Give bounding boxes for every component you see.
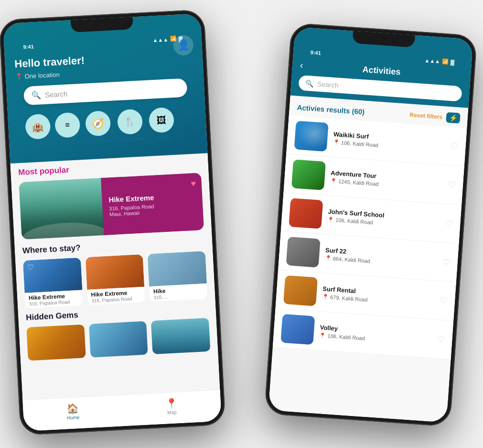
heart-6[interactable]: ♡ (437, 334, 445, 345)
user-icon: 👤 (177, 39, 190, 52)
category-adventures[interactable]: 🧭 Adventures (84, 110, 112, 144)
pin-1: 📍 (333, 139, 340, 146)
pin-6: 📍 (319, 332, 326, 339)
where-card-2-image (85, 254, 144, 290)
where-card-2[interactable]: Hike Extreme 316, Papaloa Road (85, 254, 145, 305)
where-card-1-info: Hike Extreme 316, Papaloa Road (24, 290, 83, 308)
where-card-3[interactable]: Hike 316, ... (148, 251, 208, 302)
hotels-icon-circle: 🏨 (25, 114, 51, 140)
phone-right: 9:41 ▲▲▲ 📶 ▓ ‹ Activities 🔍 Search (264, 22, 477, 426)
activity-thumb-5 (283, 275, 318, 306)
activity-thumb-1 (294, 121, 329, 152)
location-pin-icon: 📍 (15, 73, 23, 80)
hotels-label: Hotels (31, 141, 46, 147)
search-placeholder-right: Search (317, 80, 339, 89)
popular-heart-icon[interactable]: ♥ (191, 179, 196, 189)
content-left: Most popular Hike Extreme 316, Papaloa R… (10, 153, 220, 400)
time-right: 9:41 (310, 49, 321, 56)
filters-row: Reset filters ⚡ (409, 109, 461, 123)
battery-icon-right: ▓ (451, 59, 455, 65)
activity-info-4: Surf 22 📍 864, Kaldi Road (324, 246, 437, 269)
activity-thumb-3 (289, 198, 323, 229)
heart-2[interactable]: ♡ (447, 179, 455, 190)
search-icon-right: 🔍 (305, 79, 314, 87)
category-hotels[interactable]: 🏨 Hotels (25, 114, 51, 148)
activity-list: Waikiki Surf 📍 106, Kaldi Road ♡ Adventu… (268, 115, 467, 423)
heart-1[interactable]: ♡ (450, 141, 458, 152)
activity-info-5: Surf Rental 📍 679, Kaldi Road (322, 285, 435, 307)
home-icon: 🏠 (66, 402, 79, 414)
heart-4[interactable]: ♡ (442, 257, 450, 268)
screen-right-content: 9:41 ▲▲▲ 📶 ▓ ‹ Activities 🔍 Search (268, 27, 473, 423)
activity-thumb-6 (280, 314, 315, 345)
search-placeholder-left: Search (44, 90, 67, 99)
status-bar-left: 9:41 ▲▲▲ 📶 ▓ (13, 31, 193, 53)
phone-left-screen: 9:41 ▲▲▲ 📶 ▓ 👤 Hello traveler! 📍 One (3, 13, 222, 431)
results-count: Activies results (60) (297, 103, 365, 116)
popular-card-image (19, 178, 109, 240)
phone-left: 9:41 ▲▲▲ 📶 ▓ 👤 Hello traveler! 📍 One (0, 9, 225, 435)
gem-card-2[interactable] (89, 321, 148, 358)
phone-right-screen: 9:41 ▲▲▲ 📶 ▓ ‹ Activities 🔍 Search (268, 27, 473, 423)
scene: 9:41 ▲▲▲ 📶 ▓ 👤 Hello traveler! 📍 One (0, 0, 483, 448)
gem-card-3[interactable] (151, 318, 210, 354)
sights-icon-circle: 🖼 (149, 107, 175, 133)
pin-4: 📍 (324, 255, 332, 262)
popular-card-overlay: Hike Extreme 316, Papaloa Road Maui, Haw… (101, 173, 204, 235)
screen-left-content: 9:41 ▲▲▲ 📶 ▓ 👤 Hello traveler! 📍 One (3, 13, 222, 431)
search-icon-left: 🔍 (31, 90, 41, 100)
category-sights[interactable]: 🖼 Sights (149, 107, 175, 141)
filter-options-icon[interactable]: ⚡ (446, 112, 460, 124)
heart-5[interactable]: ♡ (440, 295, 448, 306)
status-icons-right: ▲▲▲ 📶 ▓ (424, 57, 454, 65)
restaurants-icon-circle: 🍴 (117, 109, 143, 135)
nav-home[interactable]: 🏠 Home (66, 402, 80, 420)
restaurants-label: Restaurants (117, 135, 145, 142)
search-bar-left[interactable]: 🔍 Search (23, 78, 188, 105)
activity-info-6: Volley 📍 106, Kaldi Road (319, 324, 432, 346)
adventures-icon-circle: 🧭 (85, 110, 111, 137)
where-card-1-image: ♡ (23, 258, 82, 293)
header-left: 9:41 ▲▲▲ 📶 ▓ 👤 Hello traveler! 📍 One (3, 13, 208, 164)
pin-3: 📍 (327, 216, 334, 223)
map-icon: 📍 (165, 397, 178, 409)
wifi-icon-right: 📶 (442, 58, 449, 65)
activities-screen-title: Activities (362, 65, 401, 77)
activity-info-1: Waikiki Surf 📍 106, Kaldi Road (333, 131, 445, 153)
back-button[interactable]: ‹ (300, 60, 303, 71)
activity-info-3: John's Surf School 📍 106, Kaldi Road (327, 208, 440, 230)
where-card-1-heart[interactable]: ♡ (27, 263, 34, 273)
heart-3[interactable]: ♡ (445, 218, 453, 229)
activity-info-2: Adventure Tour 📍 1245, Kaldi Road (330, 169, 443, 191)
sights-label: Sights (155, 134, 170, 141)
location-text: One location (24, 71, 60, 80)
category-restaurants[interactable]: 🍴 Restaurants (115, 109, 145, 142)
nav-home-label: Home (67, 415, 80, 420)
adventures-label: Adventures (86, 137, 112, 144)
activities-icon-circle: ≡ (54, 112, 81, 138)
pin-5: 📍 (322, 294, 329, 300)
signal-icon: ▲▲▲ (152, 36, 168, 43)
popular-card[interactable]: Hike Extreme 316, Papaloa Road Maui, Haw… (19, 173, 204, 240)
nav-map-label: Map (167, 410, 177, 415)
where-card-1[interactable]: ♡ Hike Extreme 316, Papaloa Road (23, 258, 83, 308)
signal-icon-right: ▲▲▲ (424, 57, 440, 64)
where-card-3-info: Hike 316, ... (149, 284, 207, 302)
category-activities[interactable]: ≡ Activities (54, 112, 81, 146)
gem-card-1[interactable] (26, 324, 86, 361)
categories-row: 🏨 Hotels ≡ Activities 🧭 Adventures � (17, 104, 198, 153)
nav-map[interactable]: 📍 Map (165, 397, 178, 415)
activity-thumb-2 (291, 159, 326, 190)
reset-filters-button[interactable]: Reset filters (409, 111, 443, 120)
where-card-2-info: Hike Extreme 316, Papaloa Road (87, 287, 145, 305)
pin-2: 📍 (330, 177, 337, 184)
where-grid: ♡ Hike Extreme 316, Papaloa Road (23, 251, 208, 308)
gems-row (26, 318, 210, 361)
where-card-3-image (148, 251, 207, 286)
activity-thumb-4 (286, 237, 321, 268)
time-left: 9:41 (23, 44, 34, 50)
activities-label: Activities (58, 139, 79, 145)
